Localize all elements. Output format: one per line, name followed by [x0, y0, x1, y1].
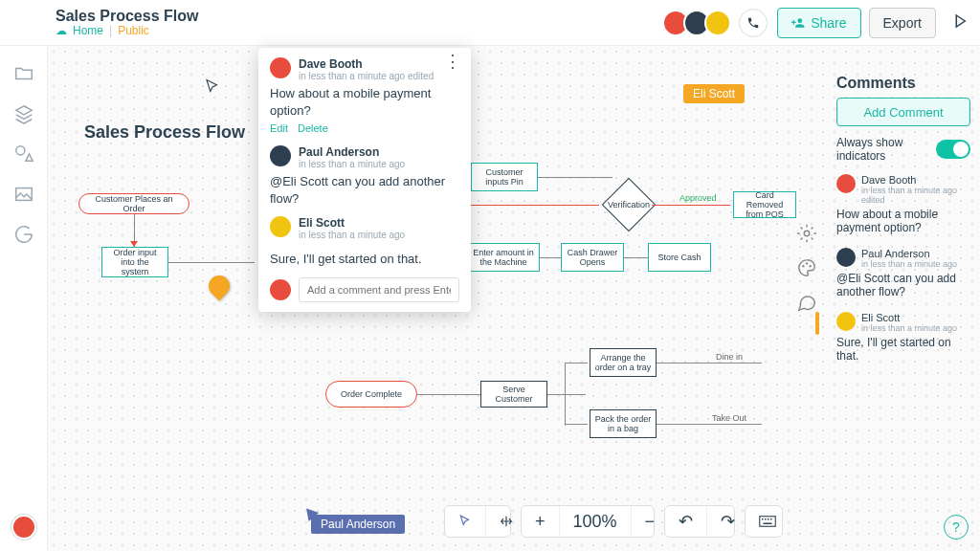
google-icon[interactable] — [13, 224, 34, 245]
kebab-menu-icon[interactable]: ⋮ — [444, 57, 461, 66]
svg-point-12 — [809, 265, 811, 267]
my-avatar[interactable] — [11, 515, 36, 540]
node-custpin[interactable]: Customer inputs Pin — [471, 163, 538, 191]
always-show-label: Always show indicators — [836, 136, 932, 163]
add-comment-button[interactable]: Add Comment — [836, 98, 970, 126]
avatar — [270, 57, 291, 78]
diagram-title[interactable]: Sales Process Flow — [84, 122, 245, 143]
svg-rect-8 — [764, 523, 772, 525]
panel-title: Comments — [836, 75, 970, 92]
avatar — [270, 279, 291, 300]
avatar — [836, 248, 856, 267]
rail-accent — [815, 312, 819, 335]
node-arrangetray[interactable]: Arrange the order on a tray — [590, 348, 657, 377]
breadcrumb-home[interactable]: Home — [73, 25, 103, 37]
pointer-tool-group — [444, 505, 511, 538]
zoom-out[interactable]: − — [632, 506, 669, 537]
node-enteramount[interactable]: Enter amount in the Machine — [467, 243, 540, 272]
panel-comment[interactable]: Dave Boothin less than a minute ago edit… — [836, 174, 970, 234]
export-button[interactable]: Export — [869, 8, 936, 38]
zoom-group: + 100% − — [521, 505, 655, 538]
left-sidebar — [0, 46, 48, 551]
breadcrumb: ☁ Home | Public — [56, 25, 198, 37]
present-button[interactable] — [951, 12, 969, 33]
svg-point-9 — [804, 231, 810, 236]
node-start[interactable]: Customer Places an Order — [78, 193, 189, 214]
select-tool[interactable] — [445, 506, 486, 537]
svg-rect-6 — [768, 518, 769, 520]
share-button[interactable]: Share — [777, 8, 860, 38]
svg-point-10 — [802, 265, 804, 267]
edge-takeout: Take Out — [712, 413, 746, 423]
avatar[interactable] — [704, 10, 731, 36]
redo-button[interactable]: ↷ — [707, 506, 748, 537]
node-sysinput[interactable]: Order input into the system — [101, 247, 168, 277]
keyboard-icon[interactable] — [746, 506, 790, 537]
help-button[interactable]: ? — [944, 515, 969, 540]
gear-icon[interactable] — [796, 223, 817, 244]
doc-title[interactable]: Sales Process Flow — [56, 8, 198, 25]
node-draweropens[interactable]: Cash Drawer Opens — [561, 243, 624, 272]
svg-point-1 — [15, 146, 24, 155]
cursor-icon — [204, 78, 221, 100]
breadcrumb-visibility[interactable]: Public — [118, 25, 149, 37]
edge-approved: Approved — [679, 193, 717, 203]
edge-dinein: Dine in — [716, 352, 743, 362]
user-plus-icon — [791, 16, 805, 30]
node-verify[interactable]: Verification — [602, 178, 657, 232]
layers-icon[interactable] — [13, 103, 34, 124]
keyboard-group — [745, 505, 783, 538]
svg-rect-5 — [765, 518, 767, 520]
node-storecash[interactable]: Store Cash — [648, 243, 711, 272]
comments-panel: Comments Add Comment Always show indicat… — [827, 75, 980, 376]
node-packbag[interactable]: Pack the order in a bag — [590, 409, 657, 438]
comment-indicator[interactable] — [204, 271, 234, 300]
zoom-value[interactable]: 100% — [560, 506, 632, 537]
call-button[interactable] — [739, 9, 768, 37]
folder-icon[interactable] — [13, 63, 34, 84]
cloud-icon: ☁ — [56, 25, 67, 37]
live-cursor-label: Paul Anderson — [311, 515, 405, 534]
svg-rect-2 — [15, 188, 32, 201]
user-highlight: Eli Scott — [683, 84, 745, 103]
palette-icon[interactable] — [796, 257, 817, 278]
avatar — [270, 216, 291, 237]
panel-comment[interactable]: Eli Scottin less than a minute ago Sure,… — [836, 312, 970, 363]
node-cardremove[interactable]: Card Removed from POS — [733, 191, 796, 218]
topbar: Sales Process Flow ☁ Home | Public Share… — [0, 0, 980, 46]
history-group: ↶ ↷ — [664, 505, 735, 538]
comment-thread-popup: ⋮ Dave Boothin less than a minute ago ed… — [258, 48, 471, 312]
zoom-in[interactable]: + — [522, 506, 560, 537]
avatar — [836, 312, 856, 331]
presence-avatars[interactable] — [668, 10, 731, 36]
node-complete[interactable]: Order Complete — [325, 381, 417, 408]
comments-icon[interactable] — [796, 292, 817, 313]
delete-link[interactable]: Delete — [298, 122, 328, 134]
shapes-icon[interactable] — [13, 143, 34, 165]
comment-input[interactable] — [299, 277, 459, 302]
image-icon[interactable] — [13, 184, 34, 205]
svg-rect-7 — [770, 518, 772, 520]
panel-comment[interactable]: Paul Andersonin less than a minute ago @… — [836, 248, 970, 298]
avatar — [836, 174, 856, 193]
svg-rect-3 — [760, 517, 776, 527]
node-serve[interactable]: Serve Customer — [480, 381, 547, 408]
edit-link[interactable]: Edit — [270, 122, 288, 134]
svg-rect-4 — [762, 518, 764, 520]
always-show-toggle[interactable] — [936, 140, 970, 159]
svg-point-11 — [806, 262, 808, 264]
undo-button[interactable]: ↶ — [665, 506, 707, 537]
right-tool-rail — [796, 223, 817, 313]
avatar — [270, 145, 291, 166]
